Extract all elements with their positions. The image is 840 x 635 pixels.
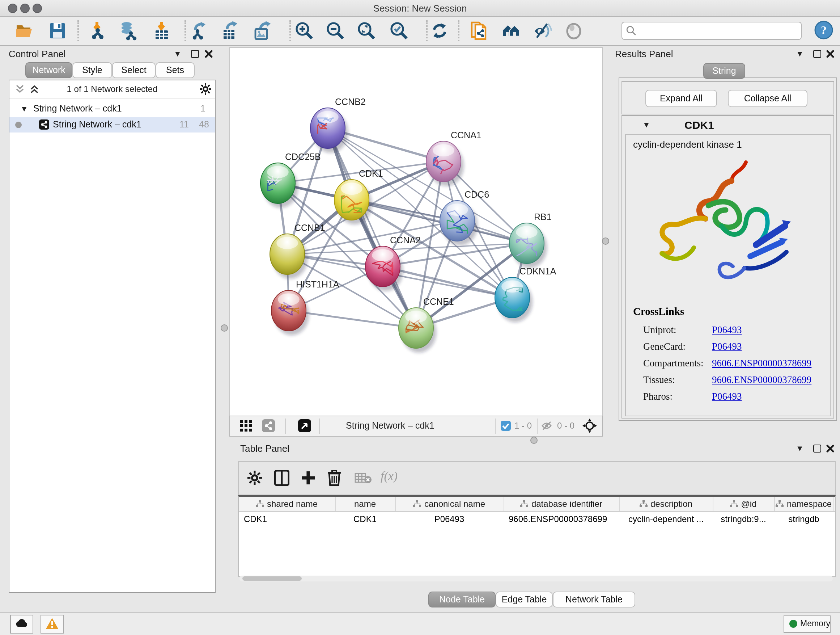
entry-gene-name: CDK1: [684, 119, 714, 131]
node-label-CCNB2: CCNB2: [335, 97, 366, 107]
column-header-namespace[interactable]: namespace: [774, 497, 834, 511]
network-node-CCNE1[interactable]: CCNE1: [399, 296, 454, 353]
import-table-icon[interactable]: [152, 21, 172, 41]
node-label-CDK1: CDK1: [359, 168, 383, 179]
results-panel-close-icon[interactable]: [826, 50, 834, 58]
column-header-sharedname[interactable]: shared name: [239, 497, 336, 511]
search-box[interactable]: [622, 22, 802, 40]
selected-checkbox-icon[interactable]: [501, 421, 511, 431]
crosslink-tissues-link[interactable]: 9606.ENSP00000378699: [712, 374, 812, 386]
table-cell[interactable]: 9606.ENSP00000378699: [504, 512, 624, 526]
tab-sets[interactable]: Sets: [156, 62, 195, 78]
control-panel-maximize-icon[interactable]: [191, 50, 199, 58]
control-panel-float-icon[interactable]: ▼: [174, 49, 182, 58]
scrollbar-thumb[interactable]: [242, 576, 302, 581]
network-node-CDKN1A[interactable]: CDKN1A: [495, 266, 556, 322]
column-header-description[interactable]: description: [619, 497, 714, 511]
results-panel-float-icon[interactable]: ▼: [796, 49, 804, 58]
table-cell[interactable]: P06493: [395, 512, 504, 526]
export-network-icon[interactable]: [189, 21, 209, 41]
cloud-button[interactable]: [10, 615, 33, 633]
node-table[interactable]: shared namenamecanonical namedatabase id…: [238, 495, 836, 577]
create-column-plus-icon[interactable]: [300, 470, 316, 486]
table-panel-close-icon[interactable]: [826, 445, 834, 453]
network-options-gear-icon[interactable]: [200, 83, 211, 95]
table-options-gear-icon[interactable]: [248, 470, 262, 485]
network-share-view-icon[interactable]: [262, 419, 275, 432]
network-canvas[interactable]: CCNB2CCNA1CDC25BCDK1CDC6RB1CCNB1CCNA2CDK…: [229, 47, 603, 416]
collection-expander-icon[interactable]: ▼: [20, 104, 28, 113]
hidden-eye-slash-icon[interactable]: [541, 421, 554, 431]
table-cell[interactable]: cyclin-dependent ...: [619, 512, 713, 526]
delete-column-trash-icon[interactable]: [327, 469, 341, 486]
column-header-name[interactable]: name: [335, 497, 396, 511]
import-network-icon[interactable]: [88, 21, 108, 41]
clone-network-icon[interactable]: [469, 21, 488, 41]
network-collection-row[interactable]: ▼ String Network – cdk1 1: [9, 101, 215, 117]
birds-eye-view-icon[interactable]: [298, 419, 311, 432]
help-icon[interactable]: ?: [814, 20, 834, 40]
entry-expander-icon[interactable]: ▼: [643, 120, 651, 129]
memory-button[interactable]: Memory: [783, 616, 831, 633]
fit-selected-crosshair-icon[interactable]: [583, 418, 597, 433]
bottom-splitter-handle[interactable]: [531, 437, 538, 444]
table-cell[interactable]: CDK1: [335, 512, 395, 526]
table-horizontal-scrollbar[interactable]: [240, 576, 833, 581]
hide-unhide-icon[interactable]: [532, 21, 552, 41]
network-edge-CCNB2-CCNE1[interactable]: [328, 128, 416, 328]
preview-eye-icon[interactable]: [564, 21, 584, 41]
grid-view-icon[interactable]: [240, 420, 253, 432]
table-cell[interactable]: CDK1: [239, 512, 340, 526]
tab-select[interactable]: Select: [112, 62, 156, 78]
results-panel-maximize-icon[interactable]: [813, 50, 821, 58]
crosslink-pharos-link[interactable]: P06493: [712, 391, 742, 402]
save-session-icon[interactable]: [48, 21, 67, 41]
table-row[interactable]: CDK1CDK1P064939606.ENSP00000378699cyclin…: [239, 512, 835, 526]
control-panel-close-icon[interactable]: [205, 50, 213, 58]
tab-node-table[interactable]: Node Table: [428, 592, 496, 608]
home-stringify-icon[interactable]: [501, 21, 521, 41]
open-session-icon[interactable]: [14, 21, 34, 41]
import-network-from-database-icon[interactable]: [118, 21, 138, 41]
tab-string-results[interactable]: String: [703, 63, 745, 79]
column-header-databaseidentifier[interactable]: database identifier: [504, 497, 620, 511]
network-node-HIST1H1A[interactable]: HIST1H1A: [271, 279, 339, 335]
network-node-CCNB2[interactable]: CCNB2: [310, 97, 366, 153]
left-splitter-handle[interactable]: [221, 325, 228, 332]
tab-edge-table[interactable]: Edge Table: [496, 592, 553, 608]
column-header-canonicalname[interactable]: canonical name: [395, 497, 504, 511]
table-cell[interactable]: stringdb:9...: [713, 512, 774, 526]
collapse-all-button[interactable]: Collapse All: [728, 90, 807, 107]
column-header-id[interactable]: @id: [713, 497, 775, 511]
zoom-in-icon[interactable]: [294, 21, 314, 41]
crosslink-compartments-link[interactable]: 9606.ENSP00000378699: [712, 358, 812, 369]
tab-network-table[interactable]: Network Table: [553, 592, 635, 608]
protein-structure-image: [636, 155, 817, 294]
tab-network[interactable]: Network: [25, 62, 73, 78]
search-input[interactable]: [639, 24, 798, 38]
zoom-out-icon[interactable]: [325, 21, 345, 41]
table-cell[interactable]: stringdb: [774, 512, 834, 526]
shared-column-icon: [256, 500, 264, 508]
show-columns-icon[interactable]: [274, 470, 289, 486]
table-panel-maximize-icon[interactable]: [813, 445, 821, 453]
crosslink-uniprot-link[interactable]: P06493: [712, 325, 742, 336]
table-panel-float-icon[interactable]: ▼: [796, 444, 804, 453]
warning-button[interactable]: [41, 615, 64, 633]
zoom-fit-icon[interactable]: [357, 21, 376, 41]
zoom-selected-icon[interactable]: [389, 21, 409, 41]
application-window: Session: New Session: [0, 0, 840, 635]
network-node-RB1[interactable]: RB1: [509, 212, 552, 268]
network-row-selected[interactable]: String Network – cdk1 11 48: [9, 117, 215, 133]
network-node-CCNA1[interactable]: CCNA1: [426, 130, 482, 186]
network-node-CDK1[interactable]: CDK1: [334, 168, 383, 225]
crosslink-genecard-link[interactable]: P06493: [712, 341, 742, 353]
selection-status: 1 of 1 Network selected: [9, 84, 215, 94]
right-splitter-handle[interactable]: [602, 238, 609, 245]
export-table-icon[interactable]: [221, 21, 240, 41]
refresh-icon[interactable]: [430, 21, 449, 41]
expand-all-button[interactable]: Expand All: [645, 90, 717, 107]
tab-style[interactable]: Style: [73, 62, 112, 78]
export-image-icon[interactable]: [253, 21, 272, 41]
node-label-CCNA1: CCNA1: [451, 130, 482, 140]
